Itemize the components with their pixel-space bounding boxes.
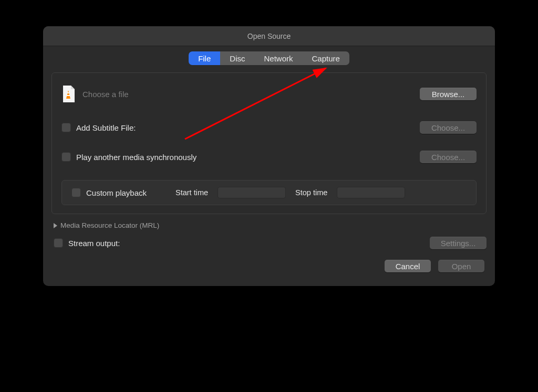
custom-playback-label: Custom playback <box>86 188 147 197</box>
sync-label: Play another media synchronously <box>76 153 196 162</box>
svg-rect-1 <box>67 95 70 96</box>
window-titlebar: Open Source <box>43 26 495 46</box>
window-title: Open Source <box>247 32 291 40</box>
file-placeholder: Choose a file <box>82 90 129 99</box>
file-panel: Choose a file Browse... Add Subtitle Fil… <box>51 72 487 214</box>
sync-choose-button[interactable]: Choose... <box>420 151 477 163</box>
tab-disc[interactable]: Disc <box>220 51 254 65</box>
tab-file[interactable]: File <box>189 51 220 65</box>
tab-network[interactable]: Network <box>254 51 302 65</box>
stream-output-row: Stream output: Settings... <box>54 237 487 249</box>
mrl-disclosure[interactable]: Media Resource Locator (MRL) <box>54 221 487 229</box>
stop-time-input[interactable] <box>337 187 405 198</box>
open-button[interactable]: Open <box>438 260 484 272</box>
custom-playback-checkbox[interactable] <box>71 188 81 197</box>
stream-settings-button[interactable]: Settings... <box>430 237 487 249</box>
file-left: Choose a file <box>61 85 129 103</box>
start-time-input[interactable] <box>218 187 286 198</box>
cancel-button[interactable]: Cancel <box>385 260 431 272</box>
browse-button[interactable]: Browse... <box>420 88 477 100</box>
window-content: File Disc Network Capture <box>43 46 495 286</box>
mrl-label: Media Resource Locator (MRL) <box>60 221 159 229</box>
custom-playback-panel: Custom playback Start time Stop time <box>61 180 477 205</box>
vlc-file-icon <box>61 85 75 103</box>
subtitle-row: Add Subtitle File: Choose... <box>61 121 477 134</box>
tab-bar: File Disc Network Capture <box>189 51 349 65</box>
svg-rect-0 <box>67 92 69 93</box>
sync-row: Play another media synchronously Choose.… <box>61 151 477 163</box>
chevron-right-icon <box>54 223 57 228</box>
start-time-label: Start time <box>175 188 208 197</box>
tab-row: File Disc Network Capture <box>51 46 487 72</box>
sync-checkbox[interactable] <box>61 152 71 162</box>
stream-output-label: Stream output: <box>68 239 120 248</box>
stream-output-checkbox[interactable] <box>54 238 63 248</box>
subtitle-label: Add Subtitle File: <box>76 123 136 132</box>
open-source-window: Open Source File Disc Network Capture <box>43 26 495 286</box>
subtitle-checkbox[interactable] <box>61 123 71 132</box>
file-chooser-row: Choose a file Browse... <box>61 82 477 105</box>
stop-time-label: Stop time <box>295 188 327 197</box>
dialog-footer: Cancel Open <box>51 260 487 276</box>
tab-capture[interactable]: Capture <box>302 51 349 65</box>
subtitle-choose-button[interactable]: Choose... <box>420 121 477 134</box>
